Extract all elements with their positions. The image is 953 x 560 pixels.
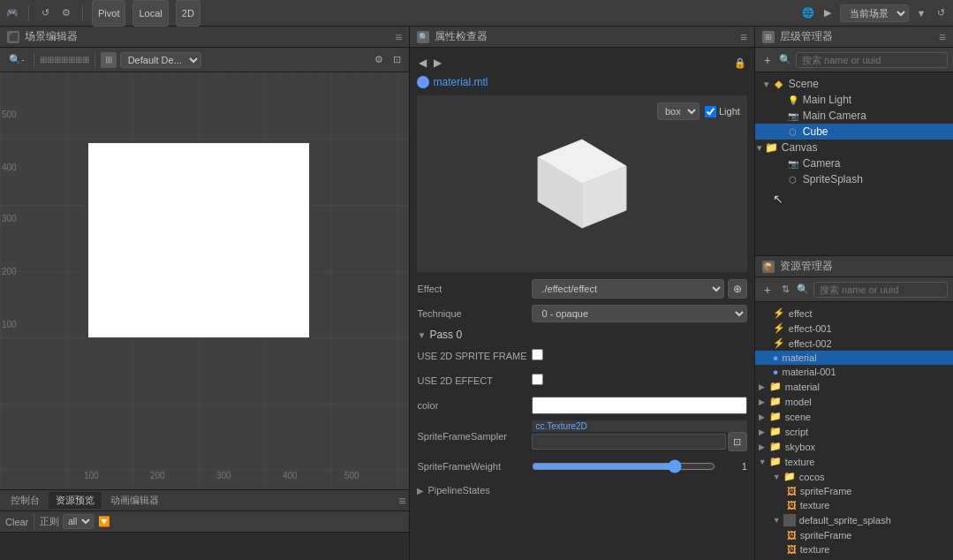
asset-texture-item2[interactable]: 🖼 texture [755, 542, 953, 556]
tree-item-camera[interactable]: 📷 Camera [755, 155, 953, 171]
assets-add-btn[interactable]: + [760, 282, 775, 298]
zoom-out-btn[interactable]: 🔍- [5, 52, 28, 67]
toolbar-icons: ⊞⊞⊞⊞⊞⊞⊞ [40, 55, 89, 64]
clear-button[interactable]: Clear [5, 517, 28, 527]
grid-label-300: 300 [2, 214, 17, 223]
local-button[interactable]: Local [132, 0, 168, 26]
effect-dropdown[interactable]: ./effect/effect [532, 279, 723, 299]
divider [34, 52, 34, 68]
hierarchy-menu-icon[interactable]: ≡ [939, 30, 946, 44]
asset-effect-002[interactable]: ⚡ effect-002 [755, 336, 953, 351]
asset-material-001[interactable]: ● material-001 [755, 365, 953, 379]
hierarchy-panel: ⊞ 层级管理器 ≡ + 🔍 ▼ ◆ Scene 💡 [755, 26, 953, 256]
material-icon: ● [773, 352, 779, 363]
twod-button[interactable]: 2D [176, 0, 200, 26]
tree-item-maincamera[interactable]: 📷 Main Camera [755, 108, 953, 124]
asset-texture-item[interactable]: 🖼 texture [755, 498, 953, 512]
default-de-dropdown[interactable]: Default De... [120, 52, 201, 68]
nav-back-btn[interactable]: ◀ [417, 55, 428, 71]
asset-cocos-folder[interactable]: ▼ 📁 cocos [755, 469, 953, 484]
tab-animation[interactable]: 动画编辑器 [103, 492, 166, 509]
effect-001-icon: ⚡ [773, 322, 785, 334]
tab-console[interactable]: 控制台 [4, 492, 47, 509]
zhengze-button[interactable]: 正则 [40, 515, 59, 528]
skybox-folder-icon: 📁 [769, 441, 782, 452]
grid-label-400: 400 [2, 163, 17, 172]
scene-canvas[interactable]: 500 400 300 200 100 100 200 300 400 500 [0, 72, 409, 489]
cocos-folder-arrow: ▼ [773, 473, 783, 481]
filter-icon[interactable]: 🔽 [97, 515, 111, 529]
material-item-label: material [782, 352, 816, 363]
skybox-folder-label: skybox [785, 442, 815, 452]
assets-search-input[interactable] [813, 282, 948, 298]
asset-script-folder[interactable]: ▶ 📁 script [755, 424, 953, 439]
tab-assets[interactable]: 资源预览 [49, 492, 102, 509]
texture-browse-btn[interactable]: ⊡ [728, 432, 747, 451]
fullscreen-icon[interactable]: ⊡ [390, 53, 404, 67]
sprite-sampler-label: SpriteFrameSampler [417, 431, 532, 442]
asset-material-folder[interactable]: ▶ 📁 material [755, 379, 953, 394]
reload-icon[interactable]: ↺ [934, 6, 948, 20]
color-value [532, 397, 746, 414]
light-checkbox[interactable] [705, 106, 716, 117]
hierarchy-search-input[interactable] [796, 52, 948, 68]
color-row: color [417, 396, 746, 415]
tree-item-mainlight[interactable]: 💡 Main Light [755, 92, 953, 108]
effect-row: Effect ./effect/effect ⊕ [417, 279, 746, 299]
refresh-icon[interactable]: ↺ [38, 6, 52, 20]
asset-default-sprite-splash[interactable]: ▼ default_sprite_splash [755, 512, 953, 528]
texture-item2-icon: 🖼 [787, 544, 797, 555]
grid-icon[interactable]: ⊞ [101, 52, 117, 68]
scene-folder-icon: 📁 [769, 411, 782, 422]
pivot-button[interactable]: Pivot [92, 0, 125, 26]
settings2-icon[interactable]: ⚙ [372, 53, 386, 67]
inspector-menu-icon[interactable]: ≡ [740, 30, 747, 44]
bottom-menu-icon[interactable]: ≡ [398, 494, 405, 508]
play-icon[interactable]: ▶ [821, 6, 835, 20]
asset-effect[interactable]: ⚡ effect [755, 306, 953, 321]
cube-label: Cube [803, 125, 828, 138]
tree-item-cube[interactable]: ⬡ Cube [755, 124, 953, 140]
asset-model-folder[interactable]: ▶ 📁 model [755, 394, 953, 409]
pass0-header[interactable]: ▼ Pass 0 [417, 329, 746, 341]
effect-002-label: effect-002 [789, 338, 832, 349]
preview-3d[interactable]: box Light [417, 95, 746, 272]
assets-sort-icon[interactable]: ⇅ [778, 283, 792, 297]
asset-effect-001[interactable]: ⚡ effect-001 [755, 321, 953, 336]
texture-folder-arrow: ▼ [759, 458, 769, 466]
technique-dropdown[interactable]: 0 - opaque [532, 305, 746, 322]
color-picker[interactable] [532, 397, 746, 414]
scene-dropdown[interactable]: 当前场景 [840, 4, 909, 22]
asset-spriteframe2[interactable]: 🖼 spriteFrame [755, 528, 953, 542]
asset-material[interactable]: ● material [755, 351, 953, 365]
hierarchy-toolbar: + 🔍 [755, 48, 953, 72]
pipeline-section[interactable]: ▶ PipelineStates [417, 481, 746, 499]
grid-label-100: 100 [2, 320, 17, 329]
shape-dropdown[interactable]: box [657, 102, 700, 120]
texture-input[interactable]: cc_Texture2D [532, 434, 725, 450]
asset-scene-folder[interactable]: ▶ 📁 scene [755, 409, 953, 424]
light-toggle: Light [705, 106, 740, 117]
tree-item-canvas[interactable]: ▼ 📁 Canvas [755, 140, 953, 155]
grid-label-x100: 100 [84, 471, 99, 481]
tree-item-spritesplash[interactable]: ⬡ SpriteSplash [755, 171, 953, 187]
asset-texture-folder[interactable]: ▼ 📁 texture [755, 454, 953, 469]
lock-icon[interactable]: 🔒 [733, 56, 747, 70]
use2d-sprite-checkbox[interactable] [532, 349, 543, 360]
hierarchy-add-btn[interactable]: + [760, 52, 775, 68]
use2d-effect-checkbox[interactable] [532, 374, 543, 385]
globe-icon[interactable]: 🌐 [801, 6, 815, 20]
cocos-folder-label: cocos [799, 472, 825, 482]
cursor-pointer: ↖ [773, 192, 783, 206]
panel-menu-icon[interactable]: ≡ [395, 30, 402, 44]
tree-item-scene[interactable]: ▼ ◆ Scene [755, 76, 953, 92]
filter-dropdown[interactable]: all [63, 514, 94, 529]
maincamera-label: Main Camera [803, 110, 866, 122]
expand-icon[interactable]: ▼ [914, 6, 928, 20]
nav-forward-btn[interactable]: ▶ [432, 55, 443, 71]
asset-skybox-folder[interactable]: ▶ 📁 skybox [755, 439, 953, 454]
effect-edit-btn[interactable]: ⊕ [728, 279, 747, 299]
weight-slider[interactable] [532, 459, 715, 473]
asset-spriteframe[interactable]: 🖼 spriteFrame [755, 484, 953, 498]
settings-icon[interactable]: ⚙ [59, 6, 73, 20]
